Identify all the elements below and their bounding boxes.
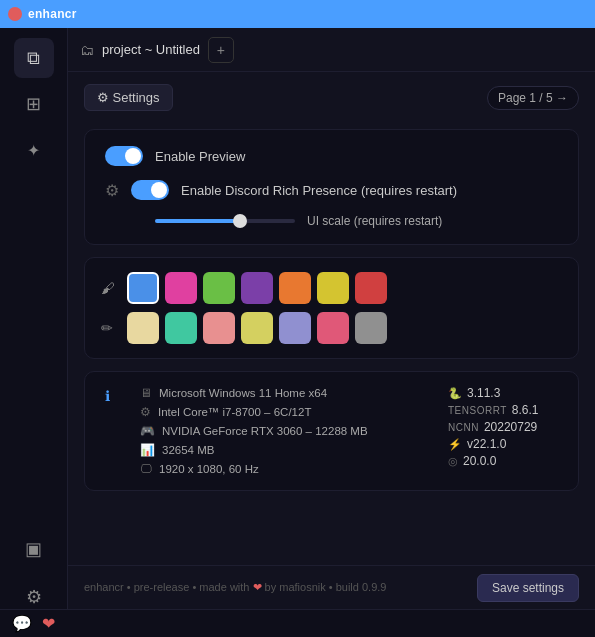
page-indicator-label: Page 1 / 5 →: [498, 91, 568, 105]
app-title: enhancr: [28, 7, 77, 21]
color-swatch-lime[interactable]: [241, 312, 273, 344]
ui-scale-label: UI scale (requires restart): [307, 214, 442, 228]
sysinfo-ram-row: 📊 32654 MB: [140, 443, 424, 457]
color-swatch-orange[interactable]: [279, 272, 311, 304]
onnx-icon: ⚡: [448, 438, 462, 451]
cube-icon: ▣: [25, 538, 42, 560]
enhance-icon: ✦: [27, 141, 40, 160]
color-swatch-rose[interactable]: [317, 312, 349, 344]
version-pytorch: 3.11.3: [467, 386, 500, 400]
discord-icon[interactable]: 💬: [12, 614, 32, 633]
version-v-row: ⚡ v22.1.0: [448, 437, 558, 451]
enable-discord-label: Enable Discord Rich Presence (requires r…: [181, 183, 457, 198]
color-swatch-gray[interactable]: [355, 312, 387, 344]
palette-row-1: 🖌: [101, 272, 562, 304]
sysinfo-section: ℹ 🖥 Microsoft Windows 11 Home x64 ⚙ Inte…: [84, 371, 579, 491]
palette-spacer-icon: ✏: [101, 320, 121, 336]
footer: enhancr • pre-release • made with ❤ by m…: [68, 565, 595, 609]
tensorrt-label: TENSORRT: [448, 405, 507, 416]
sysinfo-os: Microsoft Windows 11 Home x64: [159, 387, 327, 399]
sysinfo-right: 🐍 3.11.3 TENSORRT 8.6.1 NCNN 20220729 ⚡ …: [448, 386, 558, 476]
brush-icon: 🖌: [101, 280, 121, 296]
sidebar-top: ⧉ ⊞ ✦: [14, 38, 54, 529]
sysinfo-display: 1920 x 1080, 60 Hz: [159, 463, 259, 475]
enable-preview-label: Enable Preview: [155, 149, 245, 164]
color-swatch-yellow[interactable]: [317, 272, 349, 304]
sidebar-item-enhance[interactable]: ✦: [14, 130, 54, 170]
sysinfo-gpu: NVIDIA GeForce RTX 3060 – 12288 MB: [162, 425, 368, 437]
color-swatch-blue[interactable]: [127, 272, 159, 304]
color-swatch-salmon[interactable]: [203, 312, 235, 344]
content-area: ⚙ Settings Page 1 / 5 → Enable Preview ⚙: [68, 72, 595, 609]
ram-icon: 📊: [140, 443, 155, 457]
toggle-knob-discord: [151, 182, 167, 198]
ncnn-label: NCNN: [448, 422, 479, 433]
sysinfo-os-row: 🖥 Microsoft Windows 11 Home x64: [140, 386, 424, 400]
new-project-button[interactable]: +: [208, 37, 234, 63]
save-settings-label: Save settings: [492, 581, 564, 595]
slider-fill: [155, 219, 239, 223]
version-ncnn: 20220729: [484, 420, 537, 434]
gear-icon: ⚙: [26, 586, 42, 608]
close-button[interactable]: [8, 7, 22, 21]
sidebar-item-layers[interactable]: ⧉: [14, 38, 54, 78]
sysinfo-ram: 32654 MB: [162, 444, 214, 456]
footer-prefix: enhancr • pre-release • made with: [84, 581, 249, 593]
enable-preview-toggle[interactable]: [105, 146, 143, 166]
color-swatch-cream[interactable]: [127, 312, 159, 344]
gear-settings-icon: ⚙: [105, 181, 119, 200]
enable-preview-row: Enable Preview: [105, 146, 558, 166]
sysinfo-gpu-row: 🎮 NVIDIA GeForce RTX 3060 – 12288 MB: [140, 424, 424, 438]
cpu-icon: ⚙: [140, 405, 151, 419]
save-settings-button[interactable]: Save settings: [477, 574, 579, 602]
color-palette-section: 🖌 ✏: [84, 257, 579, 359]
sysinfo-cpu-row: ⚙ Intel Core™ i7-8700 – 6C/12T: [140, 405, 424, 419]
toggle-knob: [125, 148, 141, 164]
version-v: v22.1.0: [467, 437, 506, 451]
app-container: ⧉ ⊞ ✦ ▣ ⚙ 🗂 project ~ Untitled +: [0, 28, 595, 637]
plus-icon: +: [217, 42, 225, 58]
ui-scale-slider[interactable]: [155, 219, 295, 223]
heart-icon: ❤: [253, 581, 265, 593]
settings-header: ⚙ Settings Page 1 / 5 →: [84, 84, 579, 111]
palette-row-2: ✏: [101, 312, 562, 344]
sysinfo-display-row: 🖵 1920 x 1080, 60 Hz: [140, 462, 424, 476]
opencv-icon: ◎: [448, 455, 458, 468]
os-icon: 🖥: [140, 386, 152, 400]
color-swatch-green[interactable]: [203, 272, 235, 304]
color-swatch-teal[interactable]: [165, 312, 197, 344]
version-num: 20.0.0: [463, 454, 496, 468]
sidebar-item-cube[interactable]: ▣: [14, 529, 54, 569]
color-swatch-red[interactable]: [355, 272, 387, 304]
settings-title-button[interactable]: ⚙ Settings: [84, 84, 173, 111]
settings-section: Enable Preview ⚙ Enable Discord Rich Pre…: [84, 129, 579, 245]
sysinfo-left: 🖥 Microsoft Windows 11 Home x64 ⚙ Intel …: [140, 386, 424, 476]
sidebar: ⧉ ⊞ ✦ ▣ ⚙: [0, 28, 68, 637]
layers-icon: ⧉: [27, 48, 40, 69]
color-swatch-pink[interactable]: [165, 272, 197, 304]
enable-discord-row: ⚙ Enable Discord Rich Presence (requires…: [105, 180, 558, 200]
bottom-bar: 💬 ❤: [0, 609, 595, 637]
version-pytorch-row: 🐍 3.11.3: [448, 386, 558, 400]
info-icon: ℹ: [105, 388, 110, 404]
display-icon: 🖵: [140, 462, 152, 476]
sysinfo-cpu: Intel Core™ i7-8700 – 6C/12T: [158, 406, 311, 418]
python-icon: 🐍: [448, 387, 462, 400]
top-bar: 🗂 project ~ Untitled +: [68, 28, 595, 72]
ui-scale-row: UI scale (requires restart): [105, 214, 558, 228]
version-tensorrt-row: TENSORRT 8.6.1: [448, 403, 558, 417]
title-bar: enhancr: [0, 0, 595, 28]
version-ncnn-row: NCNN 20220729: [448, 420, 558, 434]
enable-discord-toggle[interactable]: [131, 180, 169, 200]
version-num-row: ◎ 20.0.0: [448, 454, 558, 468]
color-swatch-purple[interactable]: [241, 272, 273, 304]
patreon-icon[interactable]: ❤: [42, 614, 55, 633]
sidebar-item-expand[interactable]: ⊞: [14, 84, 54, 124]
expand-icon: ⊞: [26, 93, 41, 115]
footer-text: enhancr • pre-release • made with ❤ by m…: [84, 581, 386, 594]
gpu-icon: 🎮: [140, 424, 155, 438]
slider-thumb[interactable]: [233, 214, 247, 228]
page-indicator[interactable]: Page 1 / 5 →: [487, 86, 579, 110]
project-folder-icon: 🗂: [80, 42, 94, 58]
color-swatch-lavender[interactable]: [279, 312, 311, 344]
